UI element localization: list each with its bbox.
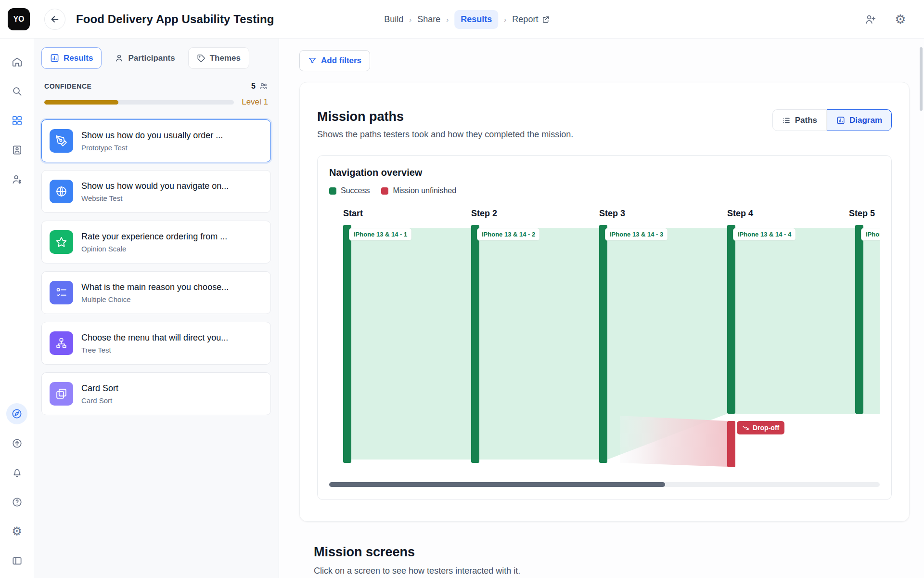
back-arrow-icon bbox=[50, 14, 60, 25]
confidence-panel: CONFIDENCE 5 Level 1 bbox=[41, 69, 271, 112]
contact-card-icon bbox=[12, 144, 23, 156]
chevron-right-icon: › bbox=[409, 15, 411, 24]
mission-paths-title: Mission paths bbox=[317, 109, 573, 124]
rail-search[interactable] bbox=[6, 80, 27, 102]
column-start: Start bbox=[343, 209, 363, 219]
sankey-flows bbox=[329, 225, 880, 469]
column-step5: Step 5 bbox=[849, 209, 875, 219]
rail-publish[interactable] bbox=[6, 433, 27, 454]
tab-results-label: Results bbox=[64, 53, 93, 63]
user-plus-icon bbox=[865, 13, 876, 25]
star-icon bbox=[50, 230, 73, 254]
navigation-overview-card: Navigation overview Success Mission unfi… bbox=[317, 155, 892, 500]
breadcrumb: Build › Share › Results › Report bbox=[384, 0, 550, 39]
breadcrumb-build[interactable]: Build bbox=[384, 14, 403, 25]
sidebar-tabs: Results Participants Themes bbox=[41, 47, 271, 69]
horizontal-scrollbar-thumb[interactable] bbox=[329, 482, 665, 487]
breadcrumb-report[interactable]: Report bbox=[512, 14, 550, 25]
page-title: Food Delivery App Usability Testing bbox=[76, 13, 274, 26]
rail-notifications[interactable] bbox=[6, 462, 27, 483]
block-title: Rate your experience ordering from ... bbox=[81, 232, 227, 242]
legend-success: Success bbox=[329, 186, 370, 195]
rail-home[interactable] bbox=[6, 51, 27, 72]
person-icon bbox=[115, 53, 124, 63]
block-subtitle: Opinion Scale bbox=[81, 245, 227, 253]
tab-participants[interactable]: Participants bbox=[106, 47, 183, 69]
workspace-logo[interactable]: YO bbox=[8, 8, 30, 30]
block-title: What is the main reason you choose... bbox=[81, 282, 229, 292]
gear-icon: ⚙ bbox=[895, 13, 906, 26]
block-tree-test[interactable]: Choose the menu that will direct you... … bbox=[41, 322, 271, 365]
block-title: Show us how would you navigate on... bbox=[81, 181, 229, 191]
confidence-level: Level 1 bbox=[242, 97, 268, 107]
mission-screens-section: Mission screens Click on a screen to see… bbox=[314, 545, 910, 576]
settings-button[interactable]: ⚙ bbox=[890, 9, 911, 29]
column-step3: Step 3 bbox=[599, 209, 625, 219]
topbar: YO Food Delivery App Usability Testing B… bbox=[0, 0, 924, 39]
legend-unfinished-swatch bbox=[381, 187, 388, 195]
rail-collapse[interactable] bbox=[6, 550, 27, 571]
help-icon bbox=[12, 497, 23, 508]
upload-circle-icon bbox=[12, 438, 23, 449]
node-step3[interactable]: iPhone 13 & 14 - 3 bbox=[605, 228, 668, 241]
block-multiple-choice[interactable]: What is the main reason you choose... Mu… bbox=[41, 271, 271, 314]
multiple-choice-icon bbox=[50, 281, 73, 304]
paths-view-button[interactable]: Paths bbox=[772, 109, 827, 131]
legend-success-swatch bbox=[329, 187, 336, 195]
sidebar: Results Participants Themes CONFIDENCE 5 bbox=[34, 39, 279, 578]
add-filters-label: Add filters bbox=[321, 56, 361, 66]
back-button[interactable] bbox=[44, 9, 65, 30]
block-title: Show us how do you usually order ... bbox=[81, 131, 223, 141]
node-step2[interactable]: iPhone 13 & 14 - 2 bbox=[477, 228, 540, 241]
prototype-icon bbox=[50, 129, 73, 153]
home-icon bbox=[12, 56, 23, 67]
legend-unfinished: Mission unfinished bbox=[381, 186, 456, 195]
trend-down-icon bbox=[742, 424, 749, 432]
search-icon bbox=[12, 86, 23, 97]
breadcrumb-share[interactable]: Share bbox=[417, 14, 440, 25]
add-filters-button[interactable]: Add filters bbox=[299, 50, 370, 71]
block-opinion-scale[interactable]: Rate your experience ordering from ... O… bbox=[41, 221, 271, 263]
block-title: Choose the menu that will direct you... bbox=[81, 333, 228, 343]
tree-icon bbox=[50, 331, 73, 355]
rail-panel[interactable] bbox=[6, 139, 27, 160]
dropoff-badge[interactable]: Drop-off bbox=[737, 421, 784, 434]
external-link-icon bbox=[541, 15, 550, 24]
step-columns: Start Step 2 Step 3 Step 4 Step 5 bbox=[329, 209, 880, 221]
column-step4: Step 4 bbox=[727, 209, 753, 219]
column-step2: Step 2 bbox=[471, 209, 497, 219]
gear-icon: ⚙ bbox=[12, 525, 22, 537]
node-step5[interactable]: iPhone 13 & 14 - 5 bbox=[861, 228, 880, 241]
tab-results[interactable]: Results bbox=[41, 47, 102, 69]
rail-billing[interactable] bbox=[6, 169, 27, 190]
horizontal-scrollbar bbox=[329, 482, 880, 487]
mission-paths-card: Mission paths Shows the paths testers to… bbox=[299, 82, 910, 522]
body: ⚙ Results Participants Themes bbox=[0, 39, 924, 578]
diagram-view-button[interactable]: Diagram bbox=[827, 109, 892, 131]
diagram-view-label: Diagram bbox=[849, 116, 882, 125]
people-icon bbox=[259, 81, 268, 91]
vertical-scrollbar-thumb[interactable] bbox=[920, 47, 923, 111]
breadcrumb-results[interactable]: Results bbox=[454, 10, 498, 29]
rail-explore[interactable] bbox=[6, 403, 27, 424]
rail-help[interactable] bbox=[6, 491, 27, 512]
filter-icon bbox=[308, 56, 317, 65]
block-card-sort[interactable]: Card Sort Card Sort bbox=[41, 372, 271, 415]
block-subtitle: Website Test bbox=[81, 194, 229, 202]
node-step1[interactable]: iPhone 13 & 14 - 1 bbox=[349, 228, 412, 241]
cards-icon bbox=[50, 382, 73, 406]
bar-chart-icon bbox=[50, 53, 59, 63]
navigation-overview-title: Navigation overview bbox=[329, 167, 880, 178]
confidence-progress-fill bbox=[44, 100, 118, 105]
tab-themes[interactable]: Themes bbox=[188, 47, 249, 69]
block-website-test[interactable]: Show us how would you navigate on... Web… bbox=[41, 170, 271, 213]
node-step4[interactable]: iPhone 13 & 14 - 4 bbox=[733, 228, 796, 241]
bell-icon bbox=[12, 467, 23, 478]
left-rail: ⚙ bbox=[0, 39, 34, 578]
invite-user-button[interactable] bbox=[860, 9, 881, 29]
rail-settings[interactable]: ⚙ bbox=[6, 521, 27, 542]
confidence-progressbar bbox=[44, 100, 234, 105]
user-dollar-icon bbox=[12, 174, 23, 185]
rail-projects-active[interactable] bbox=[6, 110, 27, 131]
block-prototype-test[interactable]: Show us how do you usually order ... Pro… bbox=[41, 119, 271, 162]
